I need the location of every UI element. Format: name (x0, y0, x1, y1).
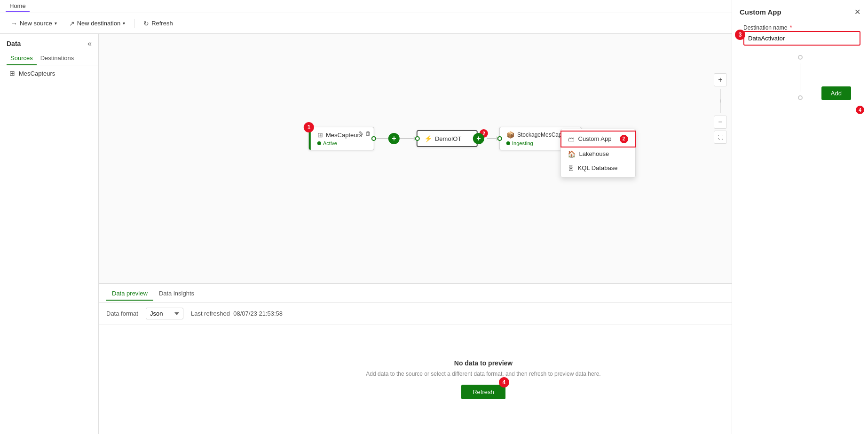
lakehouse-label: Lakehouse (579, 150, 609, 157)
sidebar-collapse-button[interactable]: « (87, 39, 92, 48)
connector-line-1 (374, 138, 388, 139)
home-tab[interactable]: Home (6, 0, 30, 12)
add-button[interactable]: Add (821, 86, 851, 100)
connector-dot-top (798, 55, 803, 60)
lakehouse-icon: 🏠 (568, 150, 576, 158)
pipeline-area: 1 ⊞ MesCapteurs Active ✎ 🗑 (308, 127, 581, 150)
fit-view-button[interactable]: ⛶ (714, 131, 727, 144)
dropdown-item-lakehouse[interactable]: 🏠 Lakehouse (561, 147, 635, 161)
sidebar-title: Data (7, 40, 21, 47)
connector-1: + (374, 133, 417, 144)
zoom-out-button[interactable]: − (714, 116, 727, 129)
step-badge-3: 3 (735, 30, 745, 40)
canvas-controls: + − ⛶ (714, 73, 727, 144)
new-destination-chevron-icon: ▾ (123, 21, 125, 26)
refresh-toolbar-icon: ↻ (143, 20, 149, 27)
sidebar-tabs: Sources Destinations (0, 52, 98, 65)
mes-capteurs-node-icon: ⊞ (317, 131, 323, 139)
right-panel: Custom App ✕ 3 Destination name * Add (732, 0, 868, 434)
refresh-toolbar-button[interactable]: ↻ Refresh (138, 17, 178, 30)
stockage-icon: 📦 (506, 131, 514, 139)
dropdown-menu: 🗃 Custom App 2 🏠 Lakehouse 🗄 KQL Databas… (560, 129, 636, 178)
step-badge-4: 4 (499, 377, 509, 388)
kql-label: KQL Database (578, 164, 618, 171)
right-panel-title: Custom App (740, 8, 781, 16)
toolbar-divider (134, 19, 134, 28)
refresh-toolbar-label: Refresh (151, 20, 173, 27)
kql-icon: 🗄 (568, 164, 574, 172)
node-actions: ✎ 🗑 (359, 130, 371, 137)
stockage-left-dot (497, 136, 502, 141)
node-mes-capteurs[interactable]: ⊞ MesCapteurs Active ✎ 🗑 (308, 127, 374, 150)
format-select[interactable]: Json CSV Parquet (146, 308, 183, 319)
tab-data-insights[interactable]: Data insights (153, 287, 200, 301)
mes-capteurs-icon: ⊞ (9, 70, 15, 77)
stockage-status-text: Ingesting (512, 140, 533, 146)
dropdown-item-custom-app[interactable]: 🗃 Custom App 2 (560, 131, 636, 147)
status-dot (317, 141, 321, 145)
add-node-button-2[interactable]: + (473, 133, 484, 144)
refresh-main-button[interactable]: Refresh (461, 385, 505, 399)
delete-icon[interactable]: 🗑 (365, 130, 371, 137)
tab-sources[interactable]: Sources (7, 52, 37, 65)
format-label: Data format (106, 310, 138, 317)
sidebar-header: Data « (0, 34, 98, 52)
demoiot-label: DemoIOT (435, 135, 461, 142)
tab-destinations[interactable]: Destinations (37, 52, 78, 65)
zoom-in-button[interactable]: + (714, 73, 727, 86)
sidebar: Data « Sources Destinations ⊞ MesCapteur… (0, 34, 99, 434)
connector-line-2 (400, 138, 414, 139)
field-required-star: * (788, 24, 792, 31)
step-badge-1: 1 (304, 122, 314, 132)
no-data-title: No data to preview (454, 359, 513, 367)
no-data-subtitle: Add data to the source or select a diffe… (366, 371, 600, 377)
edit-icon[interactable]: ✎ (359, 130, 363, 137)
new-destination-button[interactable]: ↗ New destination ▾ (64, 17, 131, 30)
dropdown-item-kql[interactable]: 🗄 KQL Database (561, 161, 635, 175)
vertical-connector (800, 63, 800, 92)
connector-dot-bottom (798, 95, 803, 100)
right-panel-header: Custom App ✕ (740, 8, 860, 16)
demoiot-label-row: ⚡ DemoIOT (424, 135, 470, 142)
step-badge-2-dropdown: 2 (620, 135, 628, 143)
right-panel-close-button[interactable]: ✕ (854, 8, 860, 16)
new-source-chevron-icon: ▾ (55, 21, 57, 26)
demoiot-left-dot (415, 136, 420, 141)
main-layout: Data « Sources Destinations ⊞ MesCapteur… (0, 34, 868, 434)
new-destination-icon: ↗ (69, 20, 75, 27)
sidebar-item-label: MesCapteurs (19, 70, 55, 77)
new-source-label: New source (20, 20, 52, 27)
node-status: Active (317, 140, 367, 146)
status-text: Active (323, 140, 337, 146)
node-right-dot (371, 136, 376, 141)
new-source-button[interactable]: → New source ▾ (6, 17, 62, 30)
step-badge-4-panel: 4 (856, 106, 864, 114)
new-source-icon: → (11, 20, 17, 27)
sidebar-item-mesCapteurs[interactable]: ⊞ MesCapteurs (3, 66, 95, 80)
demoiot-icon: ⚡ (424, 135, 432, 142)
tab-data-preview[interactable]: Data preview (106, 287, 153, 301)
last-refreshed: Last refreshed 08/07/23 21:53:58 (191, 310, 283, 317)
field-label: Destination name * (743, 24, 792, 31)
destination-name-input[interactable] (743, 31, 860, 46)
mes-capteurs-node-label: MesCapteurs (326, 132, 362, 139)
custom-app-icon: 🗃 (568, 135, 575, 143)
new-destination-label: New destination (77, 20, 121, 27)
add-node-button-1[interactable]: + (388, 133, 400, 144)
node-demoiot[interactable]: ⚡ DemoIOT + 2 (417, 130, 478, 147)
stockage-status-dot (506, 141, 510, 145)
connector-line-3 (487, 138, 497, 139)
custom-app-label: Custom App (578, 135, 612, 142)
